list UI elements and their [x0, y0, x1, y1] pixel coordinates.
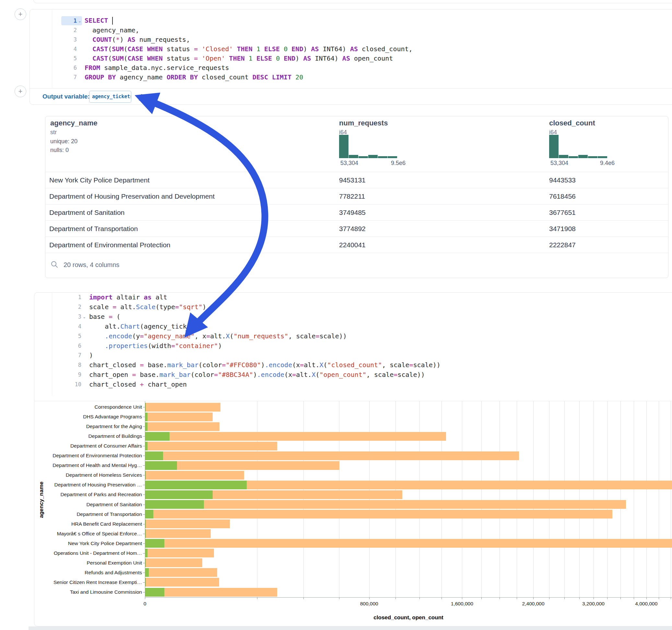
code-token: = — [300, 361, 304, 369]
code-token: ( — [315, 371, 319, 379]
column-header-closed-count[interactable]: closed_count — [549, 119, 595, 127]
code-token: INT64) — [319, 45, 350, 53]
code-token: ORDER BY — [167, 73, 198, 81]
line-number: 6 — [61, 65, 77, 71]
code-token: ) — [261, 361, 265, 369]
code-token: "#FFC080" — [225, 361, 261, 369]
code-token: ELSE — [264, 45, 280, 53]
code-token: * — [116, 35, 120, 43]
histogram-bar — [349, 155, 358, 158]
table-cell: 3471908 — [549, 221, 576, 237]
code-token: (x — [292, 361, 300, 369]
table-row: Department of Housing Preservation and D… — [45, 188, 668, 204]
sql-editor[interactable]: 1⌄SELECT 2 agency_name,3 COUNT(*) AS num… — [29, 9, 671, 88]
code-token — [245, 54, 249, 62]
code-token: SUM — [112, 54, 123, 62]
histogram-min-label: 53,304 — [340, 160, 358, 167]
column-header-num-requests[interactable]: num_requests — [339, 119, 388, 127]
code-token: status — [163, 54, 194, 62]
code-token: INT64) — [311, 54, 342, 62]
code-token: , scale — [366, 371, 393, 379]
code-line: GROUP BY agency_name ORDER BY closed_cou… — [85, 74, 303, 80]
code-token: ( — [323, 361, 328, 369]
fold-chevron-icon[interactable]: ⌄ — [78, 19, 81, 23]
code-token: ( — [108, 54, 112, 62]
code-token: THEN — [229, 54, 245, 62]
code-token: .encode — [257, 371, 284, 379]
code-token: DESC — [253, 73, 268, 81]
code-line: alt.Chart(agency_tickets) — [89, 323, 202, 330]
code-token: status — [163, 45, 194, 53]
histogram-bar — [578, 155, 588, 158]
output-variable-pill[interactable]: agency_tickets — [89, 91, 131, 103]
code-token: = — [194, 54, 198, 62]
code-token: , scale — [382, 361, 409, 369]
code-token: + — [140, 381, 144, 388]
code-token: X — [226, 332, 230, 340]
code-token: = — [140, 361, 144, 369]
add-cell-button[interactable]: + — [15, 8, 26, 20]
table-row-border — [45, 253, 668, 253]
code-token: 'Closed' — [201, 45, 233, 53]
code-line: CAST(SUM(CASE WHEN status = 'Closed' THE… — [85, 46, 413, 52]
histogram-bar — [339, 135, 349, 158]
code-token: X — [312, 371, 315, 379]
code-token — [85, 45, 92, 53]
code-token: = — [206, 332, 210, 340]
column-header-agency-name[interactable]: agency_name — [50, 119, 98, 127]
code-token — [85, 35, 92, 43]
table-cell: Department of Environmental Protection — [49, 237, 170, 253]
code-token: ) — [253, 371, 257, 379]
code-token: base — [89, 313, 109, 320]
code-token: chart_open — [144, 381, 187, 388]
code-line: .encode(y="agency_name", x=alt.X("num_re… — [89, 333, 347, 339]
code-token: = — [214, 371, 218, 379]
code-line: scale = alt.Scale(type="sqrt") — [89, 304, 206, 310]
code-token: mark_bar — [167, 361, 198, 369]
code-token: , x — [194, 332, 206, 340]
code-token: AS — [350, 45, 358, 53]
code-token: .encode — [265, 361, 292, 369]
code-token: = — [222, 361, 225, 369]
python-editor[interactable]: 1import altair as alt2scale = alt.Scale(… — [34, 292, 672, 396]
histogram-num-requests[interactable] — [339, 135, 397, 158]
line-number: 3 — [65, 314, 81, 319]
add-cell-button[interactable]: + — [15, 86, 26, 97]
column-type-agency-name: str — [50, 129, 57, 136]
line-number: 1 — [61, 18, 77, 24]
histogram-bar — [598, 156, 607, 158]
table-row: New York City Police Department945313194… — [45, 172, 668, 188]
results-summary: 20 rows, 4 columns — [64, 261, 119, 269]
line-number: 7 — [65, 353, 81, 358]
fold-chevron-icon[interactable]: ⌄ — [83, 314, 86, 319]
code-token: closed_count, — [358, 45, 413, 53]
line-number: 9 — [65, 372, 81, 378]
histogram-closed-count[interactable] — [549, 135, 607, 158]
code-token: Scale — [136, 303, 155, 311]
code-token: scale — [89, 303, 113, 311]
code-token: mark_bar — [160, 371, 191, 379]
line-number: 10 — [65, 382, 81, 387]
line-number: 2 — [61, 28, 77, 33]
table-cell: 7782211 — [339, 188, 365, 204]
table-row: Department of Environmental Protection22… — [45, 237, 668, 253]
cell-divider — [34, 401, 672, 401]
code-line: agency_name, — [85, 27, 139, 33]
code-token: THEN — [237, 45, 253, 53]
code-token: base. — [136, 371, 160, 379]
search-icon[interactable] — [51, 261, 58, 268]
code-token — [288, 45, 291, 53]
page-bottom-band — [28, 626, 672, 630]
line-number: 3 — [61, 37, 77, 43]
code-token: alt — [152, 293, 167, 301]
code-token: chart_closed — [89, 381, 140, 388]
code-token: num_requests, — [136, 35, 190, 43]
code-token: AS — [303, 54, 311, 62]
code-token: WHEN — [147, 54, 163, 62]
code-token — [143, 54, 147, 62]
code-token: alt. — [210, 332, 225, 340]
code-token: scale)) — [398, 371, 425, 379]
code-token: (color — [191, 371, 214, 379]
code-token: = — [194, 45, 198, 53]
code-token: ) — [89, 351, 93, 359]
